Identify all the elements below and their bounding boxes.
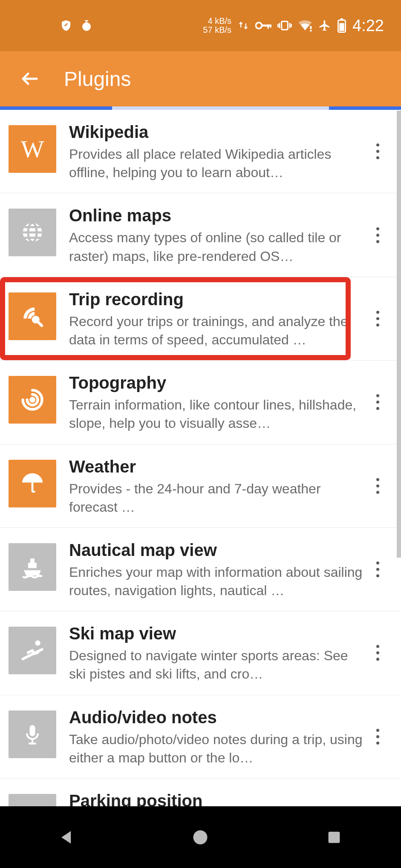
svg-rect-24	[329, 831, 340, 843]
plugin-content: Online mapsAccess many types of online (…	[69, 206, 392, 265]
svg-rect-20	[30, 725, 35, 736]
app-icon	[80, 19, 93, 32]
globe-icon	[9, 209, 56, 256]
shield-check-icon	[60, 19, 72, 32]
vibrate-icon	[277, 20, 292, 31]
page-title: Plugins	[64, 67, 131, 91]
plugin-row-topo[interactable]: TopographyTerrain information, like cont…	[0, 361, 401, 444]
more-menu-button[interactable]	[367, 385, 388, 419]
airplane-icon	[318, 19, 331, 32]
svg-rect-6	[270, 25, 271, 28]
plugin-description: Designed to navigate winter sports areas…	[69, 647, 363, 683]
app-bar: Plugins	[0, 51, 401, 106]
system-nav-bar	[0, 806, 401, 868]
svg-point-19	[35, 641, 40, 646]
mic-icon	[9, 710, 56, 758]
more-menu-button[interactable]	[367, 218, 388, 252]
back-button[interactable]	[17, 66, 43, 92]
wifi-alert-icon	[298, 20, 312, 32]
letter-W-icon: W	[9, 125, 56, 173]
plugin-content: TopographyTerrain information, like cont…	[69, 373, 392, 433]
nav-recent-button[interactable]	[320, 824, 348, 851]
plugin-description: Enriches your map with information about…	[69, 563, 363, 600]
plugin-row-wikipedia[interactable]: WWikipediaProvides all place related Wik…	[0, 110, 401, 193]
battery-icon	[337, 18, 346, 33]
updown-arrows-icon	[237, 18, 249, 33]
more-menu-button[interactable]	[367, 553, 388, 587]
rate-down: 57 kB/s	[203, 26, 231, 34]
plugin-content: WikipediaProvides all place related Wiki…	[69, 123, 392, 182]
plugin-description: Provides all place related Wikipedia art…	[69, 145, 363, 182]
more-menu-button[interactable]	[367, 469, 388, 503]
status-left-icons	[60, 19, 93, 32]
network-rates: 4 kB/s 57 kB/s	[203, 17, 231, 34]
scrollbar[interactable]	[397, 111, 401, 558]
svg-point-16	[31, 398, 34, 401]
plugin-title: Weather	[69, 457, 363, 476]
nav-home-button[interactable]	[187, 824, 214, 851]
plugin-content: Trip recordingRecord your trips or train…	[69, 290, 392, 349]
plugin-title: Wikipedia	[69, 123, 363, 142]
plugin-content: Ski map viewDesigned to navigate winter …	[69, 624, 392, 683]
plugin-title: Online maps	[69, 206, 363, 225]
plugin-title: Nautical map view	[69, 541, 363, 560]
svg-point-3	[256, 23, 262, 29]
vpn-key-icon	[255, 20, 271, 31]
plugin-description: Take audio/photo/video notes during a tr…	[69, 730, 363, 767]
more-menu-button[interactable]	[367, 301, 388, 335]
svg-rect-2	[85, 20, 88, 22]
plugin-content: WeatherProvides - the 24-hour and 7-day …	[69, 457, 392, 516]
svg-rect-12	[340, 18, 343, 20]
loading-indicator	[0, 106, 401, 110]
more-menu-button[interactable]	[367, 719, 388, 753]
ski-icon	[9, 627, 56, 674]
svg-rect-22	[29, 742, 36, 744]
satellite-icon	[9, 292, 56, 340]
svg-point-23	[193, 830, 208, 844]
status-right-group: 4 kB/s 57 kB/s 4:22	[203, 17, 384, 35]
rate-up: 4 kB/s	[203, 17, 231, 26]
svg-rect-18	[30, 559, 35, 563]
plugin-title: Ski map view	[69, 624, 363, 643]
svg-rect-8	[310, 26, 312, 29]
plugin-row-nautical[interactable]: Nautical map viewEnriches your map with …	[0, 528, 401, 611]
plugin-row-weather[interactable]: WeatherProvides - the 24-hour and 7-day …	[0, 444, 401, 528]
nav-back-button[interactable]	[53, 824, 81, 851]
plugin-content: Audio/video notesTake audio/photo/video …	[69, 708, 392, 767]
plugin-description: Terrain information, like contour lines,…	[69, 396, 363, 433]
svg-rect-4	[261, 25, 270, 27]
umbrella-icon	[9, 460, 56, 507]
plugin-row-ski[interactable]: Ski map viewDesigned to navigate winter …	[0, 611, 401, 695]
clock-time: 4:22	[352, 17, 384, 35]
plugin-description: Provides - the 24-hour and 7-day weather…	[69, 480, 363, 516]
plugin-title: Trip recording	[69, 290, 363, 309]
plugin-row-av[interactable]: Audio/video notesTake audio/photo/video …	[0, 695, 401, 779]
plugin-row-onlinemaps[interactable]: Online mapsAccess many types of online (…	[0, 193, 401, 277]
boat-icon	[9, 543, 56, 591]
plugin-row-trip[interactable]: Trip recordingRecord your trips or train…	[0, 277, 401, 361]
contour-icon	[9, 376, 56, 424]
svg-rect-5	[268, 25, 269, 29]
plugin-content: Nautical map viewEnriches your map with …	[69, 541, 392, 600]
svg-rect-9	[310, 30, 312, 32]
more-menu-button[interactable]	[367, 135, 388, 169]
plugin-description: Access many types of online (so called t…	[69, 229, 363, 265]
svg-rect-11	[339, 23, 344, 31]
plugin-description: Record your trips or trainings, and anal…	[69, 312, 363, 349]
svg-rect-7	[282, 21, 288, 29]
plugin-list: WWikipediaProvides all place related Wik…	[0, 110, 401, 853]
more-menu-button[interactable]	[367, 636, 388, 670]
plugin-title: Topography	[69, 373, 363, 392]
svg-point-0	[82, 23, 91, 31]
status-bar: 4 kB/s 57 kB/s 4:22	[0, 0, 401, 51]
svg-rect-17	[28, 563, 37, 568]
plugin-title: Audio/video notes	[69, 708, 363, 727]
